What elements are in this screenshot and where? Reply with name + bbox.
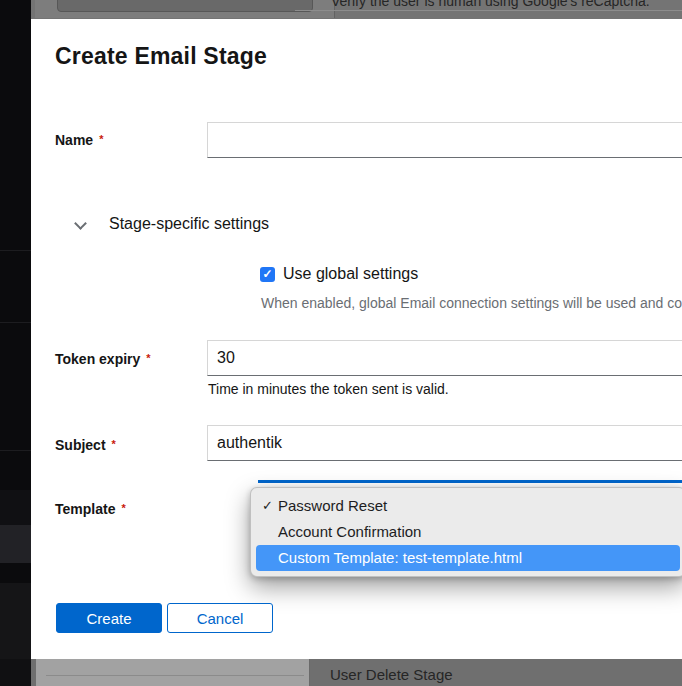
sidebar-item-dimmed [0,490,31,525]
required-asterisk: * [121,502,125,514]
backdrop-top-strip: Verify the user is human using Google's … [31,0,682,19]
backdrop-row-divider [295,10,682,11]
sidebar-divider [0,250,31,251]
required-asterisk: * [112,438,116,450]
token-expiry-input[interactable] [207,340,682,376]
dropdown-option-custom-template[interactable]: Custom Template: test-template.html [256,545,680,571]
sidebar-nav-dimmed [0,0,31,686]
checkbox-checked-icon[interactable]: ✓ [260,267,275,282]
backdrop-bottom-strip: User Delete Stage [31,659,682,686]
dropdown-option-account-confirmation[interactable]: Account Confirmation [251,519,682,545]
use-global-settings-row[interactable]: ✓ Use global settings [260,265,418,283]
token-expiry-help: Time in minutes the token sent is valid. [208,381,449,397]
required-asterisk: * [99,133,103,145]
use-global-settings-help: When enabled, global Email connection se… [261,295,682,311]
sidebar-item-active-dimmed [0,525,31,563]
subject-input[interactable] [207,425,682,461]
chevron-down-icon [75,219,85,229]
backdrop-user-delete-stage-text: User Delete Stage [330,666,453,683]
dropdown-option-password-reset[interactable]: ✓ Password Reset [251,493,682,519]
template-label: Template* [55,501,126,517]
use-global-settings-label: Use global settings [283,265,418,283]
token-expiry-label: Token expiry* [55,351,151,367]
backdrop-search-input-dimmed [57,0,313,12]
backdrop-row-divider [46,675,304,676]
check-icon: ✓ [262,493,273,519]
name-input[interactable] [207,122,682,158]
modal-title: Create Email Stage [55,43,267,70]
template-select-focus-edge[interactable] [258,480,682,483]
sidebar-divider [0,322,31,323]
sidebar-item-dimmed [0,659,31,686]
cancel-button[interactable]: Cancel [167,603,273,633]
create-button[interactable]: Create [56,603,162,633]
section-label: Stage-specific settings [109,215,269,233]
create-email-stage-modal: Create Email Stage Name* Stage-specific … [31,19,682,659]
template-dropdown-menu: ✓ Password Reset Account Confirmation Cu… [250,487,682,577]
sidebar-item-dimmed [0,583,31,659]
sidebar-divider [0,450,31,451]
subject-label: Subject* [55,437,116,453]
backdrop-table-card [36,659,310,686]
app-root: Verify the user is human using Google's … [0,0,682,686]
required-asterisk: * [146,352,150,364]
backdrop-recaptcha-text: Verify the user is human using Google's … [331,0,650,9]
stage-settings-section-toggle[interactable]: Stage-specific settings [75,215,269,233]
name-label: Name* [55,132,103,148]
